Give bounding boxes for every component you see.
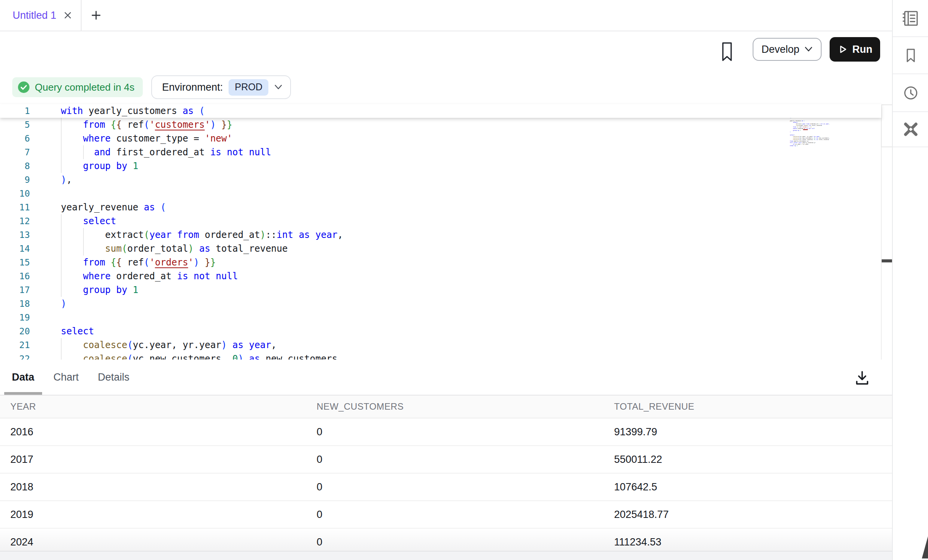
line-number: 15: [0, 256, 30, 269]
line-number: 8: [0, 159, 30, 173]
results-tab-details[interactable]: Details: [90, 360, 137, 395]
table-cell: 2018: [0, 481, 306, 493]
code-area[interactable]: 1with yearly_customers as ( 5 from {{ re…: [0, 104, 881, 360]
right-sidebar: [892, 0, 928, 560]
develop-dropdown[interactable]: Develop: [753, 38, 822, 61]
code-line[interactable]: 13 extract(year from ordered_at)::int as…: [0, 228, 881, 242]
code-line[interactable]: 11yearly_revenue as (: [0, 200, 881, 214]
clock-icon: [902, 84, 920, 102]
indent-guide: [83, 228, 84, 242]
code-line[interactable]: 9),: [0, 173, 881, 187]
line-number: 22: [0, 352, 30, 360]
code-line[interactable]: 1with yearly_customers as (: [0, 104, 881, 118]
code-line[interactable]: 19: [0, 311, 881, 324]
horizontal-scrollbar-track[interactable]: [0, 551, 892, 560]
tab-bar: Untitled 1: [0, 0, 892, 31]
code-line[interactable]: 18): [0, 297, 881, 311]
sidebar-item-notebook[interactable]: [893, 0, 928, 37]
close-tab-button[interactable]: [63, 11, 72, 20]
indent-guide: [61, 242, 62, 256]
code-line[interactable]: 17 group by 1: [0, 283, 881, 297]
indent-guide: [61, 283, 62, 297]
notebook-icon: [901, 9, 920, 28]
table-row: 2016091399.79: [0, 418, 892, 446]
bookmark-button[interactable]: [721, 42, 734, 62]
table-cell: 107642.5: [604, 481, 892, 493]
indent-guide: [61, 214, 62, 228]
sql-ide-window: Untitled 1 Develop Run Query completed i…: [0, 0, 928, 560]
table-header-row: YEARNEW_CUSTOMERSTOTAL_REVENUE: [0, 396, 892, 418]
line-number: 7: [0, 145, 30, 159]
table-cell: 550011.22: [604, 454, 892, 466]
code-lines[interactable]: 5 from {{ ref('customers') }}6 where cus…: [0, 118, 881, 360]
download-button[interactable]: [853, 369, 871, 386]
column-header: YEAR: [0, 401, 306, 412]
bookmark-icon: [721, 42, 734, 62]
indent-guide: [83, 145, 84, 159]
line-number: 16: [0, 269, 30, 283]
code-line[interactable]: 22 coalesce(yc.new_customers, 0) as new_…: [0, 352, 881, 360]
dbt-logo-icon: [901, 120, 920, 139]
tab-label: Untitled 1: [13, 10, 56, 21]
line-number: 20: [0, 324, 30, 338]
minimap-slider[interactable]: [881, 104, 892, 147]
line-number: 13: [0, 228, 30, 242]
line-number: 21: [0, 338, 30, 352]
column-header: TOTAL_REVENUE: [604, 401, 892, 412]
environment-selector[interactable]: Environment: PROD: [151, 75, 291, 99]
table-body: 2016091399.7920170550011.2220180107642.5…: [0, 418, 892, 555]
line-number: 6: [0, 132, 30, 145]
table-cell: 0: [306, 536, 604, 548]
results-tab-data[interactable]: Data: [4, 360, 42, 395]
code-line[interactable]: 16 where ordered_at is not null: [0, 269, 881, 283]
code-line[interactable]: 15 from {{ ref('orders') }}: [0, 256, 881, 269]
table-cell: 2019: [0, 509, 306, 521]
sticky-scroll-line[interactable]: 1with yearly_customers as (: [0, 104, 881, 118]
indent-guide: [61, 159, 62, 173]
code-line[interactable]: 7 and first_ordered_at is not null: [0, 145, 881, 159]
run-label: Run: [852, 44, 872, 55]
table-cell: 2017: [0, 454, 306, 466]
code-line[interactable]: 12 select: [0, 214, 881, 228]
indent-guide: [61, 338, 62, 352]
table-row: 201902025418.77: [0, 501, 892, 529]
query-status-pill: Query completed in 4s: [12, 77, 143, 97]
line-number: 17: [0, 283, 30, 297]
code-line[interactable]: 5 from {{ ref('customers') }}: [0, 118, 881, 132]
develop-label: Develop: [761, 44, 799, 55]
query-status-text: Query completed in 4s: [35, 81, 134, 93]
sidebar-item-bookmarks[interactable]: [893, 37, 928, 74]
line-number: 11: [0, 200, 30, 214]
download-icon: [853, 369, 871, 386]
line-number: 5: [0, 118, 30, 132]
table-cell: 0: [306, 509, 604, 521]
code-line[interactable]: 20select: [0, 324, 881, 338]
new-tab-button[interactable]: [91, 0, 101, 31]
line-number: 14: [0, 242, 30, 256]
indent-guide: [61, 145, 62, 159]
sidebar-item-dbt[interactable]: [893, 112, 928, 147]
close-icon: [63, 11, 72, 20]
table-cell: 0: [306, 426, 604, 438]
results-tab-chart[interactable]: Chart: [46, 360, 87, 395]
indent-guide: [61, 352, 62, 360]
table-cell: 111234.53: [604, 536, 892, 548]
code-line[interactable]: 21 coalesce(yc.year, yr.year) as year,: [0, 338, 881, 352]
bookmark-icon: [902, 46, 920, 65]
indent-guide: [61, 228, 62, 242]
code-line[interactable]: 14 sum(order_total) as total_revenue: [0, 242, 881, 256]
table-row: 20180107642.5: [0, 474, 892, 501]
sidebar-item-history[interactable]: [893, 74, 928, 112]
code-line[interactable]: 10: [0, 187, 881, 200]
run-button[interactable]: Run: [830, 37, 880, 62]
results-tabs: DataChartDetails: [0, 360, 892, 396]
table-cell: 91399.79: [604, 426, 892, 438]
table-cell: 2024: [0, 536, 306, 548]
code-line[interactable]: 8 group by 1: [0, 159, 881, 173]
code-line[interactable]: 6 where customer_type = 'new': [0, 132, 881, 145]
status-row: Query completed in 4s Environment: PROD: [12, 75, 291, 99]
tab-untitled-1[interactable]: Untitled 1: [0, 0, 81, 31]
indent-guide: [61, 118, 62, 132]
indent-guide: [61, 269, 62, 283]
sql-editor[interactable]: Query completed in 4s Environment: PROD …: [0, 68, 892, 360]
